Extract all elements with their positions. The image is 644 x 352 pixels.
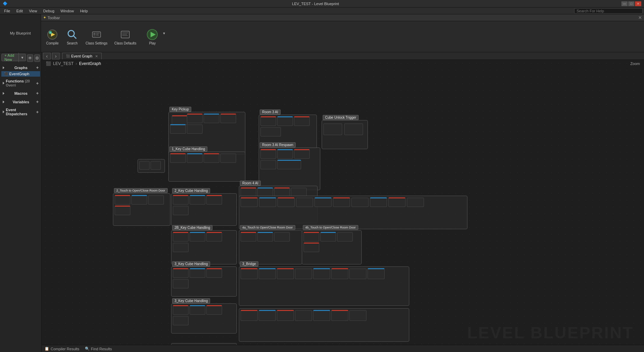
class-settings-button[interactable]: Class Settings (83, 27, 110, 47)
search-button[interactable]: Search (64, 27, 81, 47)
variables-header[interactable]: Variables + (1, 98, 40, 105)
find-results-button[interactable]: 🔍 Find Results (85, 347, 112, 351)
mini-node (206, 232, 222, 242)
canvas-container: ‹ › ⬛ Event Graph ✕ ⬛ LEV_TEST › EventGr… (42, 52, 644, 352)
room3-respawn-group[interactable]: Room 3 AI Respawn (259, 147, 320, 190)
maximize-button[interactable]: □ (628, 1, 634, 6)
event-dispatchers-header[interactable]: Event Dispatchers + (1, 107, 40, 117)
event-graph-tab[interactable]: ⬛ Event Graph ✕ (62, 53, 102, 60)
nav-back-button[interactable]: ‹ (43, 53, 51, 60)
visibility-button[interactable]: 👁 (27, 54, 33, 62)
compiler-results-button[interactable]: 📋 Compiler Results (44, 347, 79, 351)
title-text: LEV_TEST - Level Blueprint (10, 2, 621, 6)
macros-add-button[interactable]: + (36, 91, 39, 96)
menu-view[interactable]: View (26, 8, 40, 14)
nav-forward-button[interactable]: › (52, 53, 60, 60)
mini-node (304, 232, 319, 242)
key-cube-3-group[interactable]: 3_Key Cube Handling (171, 266, 237, 297)
class-defaults-button[interactable]: Class Defaults (112, 27, 138, 47)
mini-node (173, 232, 189, 242)
key-cube-3b-label: 3_Key Cube Handling (172, 298, 210, 303)
functions-label: Functions (20 Overri (6, 79, 36, 87)
compile-label: Compile (46, 41, 59, 45)
cube-unlock-group[interactable]: Cube Unlock Trigger (322, 120, 368, 149)
bridge-3-group[interactable]: 3_Bridge (239, 266, 409, 306)
graphs-header[interactable]: Graphs + (1, 64, 40, 71)
mini-node (344, 123, 363, 135)
play-button[interactable]: Play (144, 27, 161, 47)
key-cube-3b-group[interactable]: 3_Key Cube Handling (171, 303, 237, 334)
mini-node (206, 195, 222, 205)
touch-4a-group[interactable]: 4a_Touch to Open/Close Room Door (239, 230, 302, 264)
settings-button[interactable]: ⚙ (34, 54, 40, 62)
mini-node (295, 268, 312, 279)
menu-edit[interactable]: Edit (14, 8, 26, 14)
mini-node (274, 232, 290, 242)
small-group[interactable] (138, 159, 165, 173)
room4-big-group[interactable] (239, 196, 467, 229)
key-cube-2b-group[interactable]: 2B_Key Cube Handling (171, 230, 237, 264)
mini-node (277, 160, 301, 169)
menu-debug[interactable]: Debug (40, 8, 57, 14)
event-dispatchers-label: Event Dispatchers (6, 108, 36, 116)
event-dispatchers-section: Event Dispatchers + (1, 107, 40, 117)
graphs-triangle (3, 66, 4, 69)
minimize-button[interactable]: — (621, 1, 628, 6)
graphs-add-button[interactable]: + (36, 65, 39, 70)
mini-node (173, 268, 189, 278)
search-help-input[interactable] (574, 8, 643, 14)
mini-node (333, 197, 350, 207)
search-icon (66, 28, 78, 41)
functions-header[interactable]: Functions (20 Overri + (1, 78, 40, 88)
mini-node (349, 310, 366, 321)
key-cube-1-group[interactable]: 1_Key Cube Handling (168, 152, 245, 182)
functions-add-button[interactable]: + (36, 81, 39, 86)
macros-triangle (3, 92, 4, 95)
event-graph-tab-close[interactable]: ✕ (95, 54, 98, 58)
variables-add-button[interactable]: + (36, 99, 39, 104)
menubar: File Edit View Debug Window Help (0, 8, 644, 14)
add-new-button[interactable]: + Add New ▼ (1, 54, 26, 61)
app-icon: 🔷 (3, 1, 8, 6)
canvas-area[interactable]: ⬛ LEV_TEST › EventGraph Zoom Key Pickup (42, 60, 644, 352)
mini-node (220, 153, 236, 163)
mini-node (331, 310, 348, 321)
search-label: Search (67, 41, 78, 45)
compile-button[interactable]: ✓ Compile (44, 27, 61, 47)
touch-1-label: 2_Touch to Open/Close Room Door (114, 188, 168, 193)
toolbar-label: ✦ Toolbar ✕ (41, 14, 644, 21)
bottom-bridge-group[interactable] (239, 308, 409, 342)
mini-node (151, 161, 161, 170)
svg-rect-8 (96, 33, 100, 34)
event-graph-item[interactable]: ⬛ EventGraph (1, 71, 40, 77)
compile-icon: ✓ (46, 28, 59, 41)
touch-1-group[interactable]: 2_Touch to Open/Close Room Door (113, 193, 170, 226)
svg-rect-7 (93, 35, 95, 36)
mini-node (277, 149, 293, 159)
mini-node (260, 149, 276, 159)
key-cube-2-group[interactable]: 2_Key Cube Handling (171, 193, 237, 226)
play-dropdown[interactable]: ▼ (162, 31, 166, 35)
touch-4b-group[interactable]: 4b_Touch to Open/Close Room Door (302, 230, 362, 264)
mini-node (241, 268, 258, 279)
menu-window[interactable]: Window (58, 8, 77, 14)
touch-4a-label: 4a_Touch to Open/Close Room Door (240, 225, 295, 230)
macros-label: Macros (14, 91, 28, 95)
mini-node (204, 114, 219, 123)
close-button[interactable]: ✕ (635, 1, 641, 6)
event-dispatchers-add-button[interactable]: + (36, 109, 39, 115)
macros-header[interactable]: Macros + (1, 90, 40, 97)
search-help-container (91, 8, 643, 14)
variables-triangle (3, 101, 4, 103)
menu-file[interactable]: File (1, 8, 13, 14)
left-panel: + Add New ▼ 👁 ⚙ Graphs + ⬛ EventGraph Fu… (0, 52, 42, 352)
toolbar-close[interactable]: ✕ (638, 15, 642, 20)
mini-node (220, 114, 236, 123)
bottom-bar: 📋 Compiler Results 🔍 Find Results (42, 345, 644, 352)
mini-node (148, 195, 164, 205)
menu-help[interactable]: Help (77, 8, 91, 14)
svg-rect-13 (122, 34, 127, 35)
mini-node (190, 305, 205, 315)
titlebar: 🔷 LEV_TEST - Level Blueprint — □ ✕ (0, 0, 644, 8)
mini-node (296, 197, 313, 207)
